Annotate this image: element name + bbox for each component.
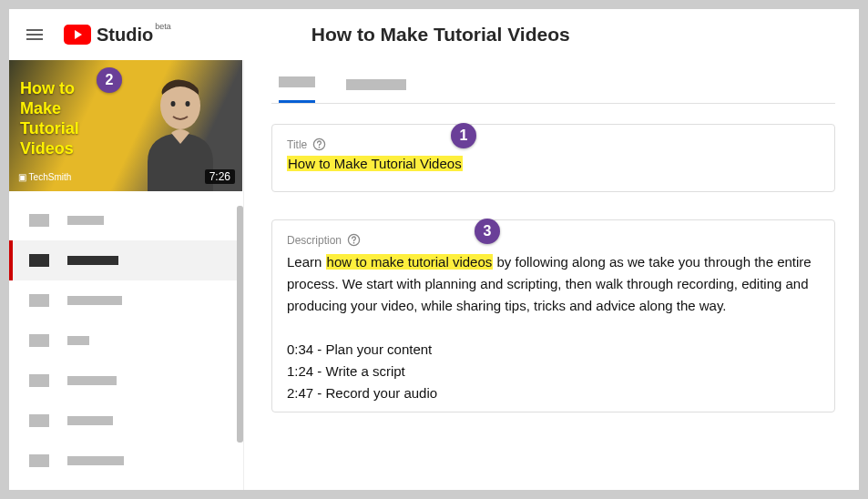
menu-button[interactable] (24, 24, 46, 46)
logo-text: Studio (97, 25, 153, 46)
tab-active[interactable] (279, 76, 315, 103)
description-label: Description (287, 234, 342, 247)
tab-bar (271, 60, 835, 104)
help-icon[interactable] (347, 233, 361, 247)
nav-item[interactable] (9, 441, 243, 481)
title-input[interactable]: How to Make Tutorial Videos (287, 156, 820, 171)
logo-beta: beta (155, 22, 171, 31)
svg-point-7 (353, 242, 355, 244)
annotation-2: 2 (97, 67, 122, 93)
svg-point-3 (186, 101, 190, 107)
nav-item[interactable] (9, 361, 243, 401)
video-thumbnail[interactable]: How to Make Tutorial Videos ▣ TechSmith … (9, 60, 242, 191)
sidebar-nav (9, 191, 243, 490)
scrollbar-thumb[interactable] (237, 206, 243, 443)
thumbnail-title: How to Make Tutorial Videos (20, 78, 79, 158)
youtube-icon (64, 25, 91, 45)
tab[interactable] (346, 79, 406, 103)
title-label: Title (287, 138, 307, 151)
nav-item[interactable] (9, 401, 243, 441)
thumbnail-brand: ▣ TechSmith (18, 172, 71, 182)
help-icon[interactable] (312, 137, 326, 151)
annotation-3: 3 (475, 219, 500, 244)
description-card: Description Learn how to make tutorial v… (271, 219, 835, 412)
svg-point-2 (171, 101, 176, 107)
annotation-1: 1 (451, 123, 476, 148)
page-title: How to Make Tutorial Videos (311, 24, 570, 46)
nav-item[interactable] (9, 280, 243, 321)
studio-logo[interactable]: Studio beta (64, 25, 171, 46)
nav-item-active[interactable] (9, 240, 243, 280)
nav-item[interactable] (9, 321, 243, 361)
nav-item[interactable] (9, 200, 243, 240)
thumbnail-duration: 7:26 (205, 169, 235, 184)
title-card: Title How to Make Tutorial Videos 1 (271, 124, 835, 192)
description-input[interactable]: Learn how to make tutorial videos by fol… (287, 251, 820, 404)
svg-point-5 (319, 147, 321, 148)
